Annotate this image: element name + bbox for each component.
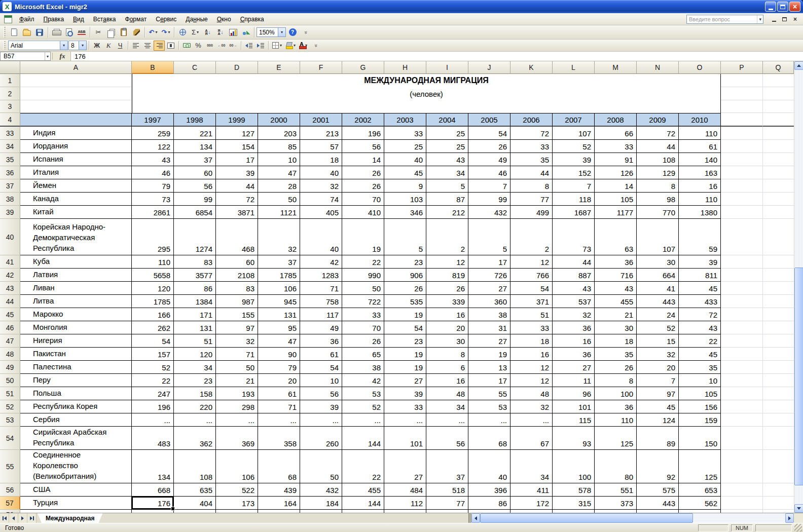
cell-J47[interactable]: 27 bbox=[468, 334, 510, 348]
paste-button[interactable] bbox=[118, 26, 130, 39]
horizontal-scrollbar[interactable] bbox=[471, 513, 794, 523]
cell-P4[interactable] bbox=[721, 113, 763, 127]
cell-A3[interactable] bbox=[20, 100, 132, 113]
cut-button[interactable]: ✂ bbox=[92, 26, 104, 39]
dropdown-arrow-icon[interactable]: ▾ bbox=[168, 30, 170, 34]
cell-Q4[interactable] bbox=[763, 113, 794, 127]
horizontal-scroll-track[interactable] bbox=[480, 513, 785, 523]
cell-C43[interactable]: 86 bbox=[174, 282, 216, 295]
cell-N50[interactable]: 7 bbox=[637, 374, 679, 387]
cell-F51[interactable]: 56 bbox=[300, 387, 342, 400]
cell-I44[interactable]: 339 bbox=[426, 295, 468, 308]
year-header-1998[interactable]: 1998 bbox=[174, 113, 216, 127]
row-header-49[interactable]: 49 bbox=[0, 361, 20, 374]
cell-H36[interactable]: 45 bbox=[384, 166, 426, 179]
cell-J51[interactable]: 55 bbox=[468, 387, 510, 400]
cell-C48[interactable]: 120 bbox=[174, 348, 216, 361]
cell-K40[interactable]: 2 bbox=[510, 219, 553, 255]
cell-K46[interactable]: 33 bbox=[510, 321, 553, 334]
new-workbook-button[interactable] bbox=[8, 26, 20, 39]
row-header-46[interactable]: 46 bbox=[0, 321, 20, 334]
cell-G42[interactable]: 990 bbox=[342, 269, 384, 282]
cell-J38[interactable]: 99 bbox=[468, 193, 510, 206]
cell-C49[interactable]: 34 bbox=[174, 361, 216, 374]
cell-A54[interactable]: Сирийская Арабская Республика bbox=[20, 427, 132, 450]
cell-Q1[interactable] bbox=[763, 74, 794, 87]
cell-P57[interactable] bbox=[721, 497, 763, 510]
year-header-1997[interactable]: 1997 bbox=[132, 113, 174, 127]
cell-B42[interactable]: 5658 bbox=[132, 269, 174, 282]
cell-G41[interactable]: 22 bbox=[342, 255, 384, 269]
cell-E47[interactable]: 47 bbox=[258, 334, 300, 348]
cell-G55[interactable]: 22 bbox=[342, 450, 384, 483]
cell-N49[interactable]: 20 bbox=[637, 361, 679, 374]
col-header-H[interactable]: H bbox=[384, 61, 426, 74]
cell-I49[interactable]: 6 bbox=[426, 361, 468, 374]
cell-Q43[interactable] bbox=[763, 282, 794, 295]
cell-O44[interactable]: 433 bbox=[679, 295, 721, 308]
menu-Формат[interactable]: Формат bbox=[121, 13, 152, 25]
cell-P48[interactable] bbox=[721, 348, 763, 361]
cell-B41[interactable]: 110 bbox=[132, 255, 174, 269]
row-header-36[interactable]: 36 bbox=[0, 166, 20, 179]
cell-L56[interactable]: 578 bbox=[553, 483, 595, 497]
cell-O41[interactable]: 39 bbox=[679, 255, 721, 269]
cell-J35[interactable]: 49 bbox=[468, 153, 510, 166]
cell-M42[interactable]: 716 bbox=[595, 269, 637, 282]
align-left-button[interactable] bbox=[130, 41, 141, 51]
cell-M54[interactable]: 125 bbox=[595, 427, 637, 450]
cell-J43[interactable]: 27 bbox=[468, 282, 510, 295]
cell-B47[interactable]: 54 bbox=[132, 334, 174, 348]
cell-Q37[interactable] bbox=[763, 179, 794, 193]
cell-K41[interactable]: 12 bbox=[510, 255, 553, 269]
first-sheet-button[interactable] bbox=[0, 513, 9, 523]
cell-C33[interactable]: 221 bbox=[174, 127, 216, 140]
cell-F43[interactable]: 71 bbox=[300, 282, 342, 295]
cell-A4[interactable] bbox=[20, 113, 132, 127]
col-header-F[interactable]: F bbox=[300, 61, 342, 74]
sort-descending-button[interactable]: Я А↓ bbox=[214, 26, 227, 39]
cell-L40[interactable]: 73 bbox=[553, 219, 595, 255]
cell-C36[interactable]: 60 bbox=[174, 166, 216, 179]
col-header-N[interactable]: N bbox=[637, 61, 679, 74]
row-header-33[interactable]: 33 bbox=[0, 127, 20, 140]
underline-button[interactable]: Ч bbox=[115, 41, 126, 51]
insert-hyperlink-button[interactable] bbox=[176, 26, 189, 39]
row-header-43[interactable]: 43 bbox=[0, 282, 20, 295]
cell-A40[interactable]: Корейская Народно- Демократическая Респу… bbox=[20, 219, 132, 255]
cell-E46[interactable]: 95 bbox=[258, 321, 300, 334]
menu-Вставка[interactable]: Вставка bbox=[89, 13, 121, 25]
cell-C57[interactable]: 404 bbox=[174, 497, 216, 510]
cell-K39[interactable]: 499 bbox=[510, 206, 553, 219]
cell-J48[interactable]: 19 bbox=[468, 348, 510, 361]
cell-N43[interactable]: 41 bbox=[637, 282, 679, 295]
cell-D55[interactable]: 106 bbox=[216, 450, 258, 483]
cell-E49[interactable]: 79 bbox=[258, 361, 300, 374]
cell-D34[interactable]: 154 bbox=[216, 140, 258, 153]
cell-I36[interactable]: 34 bbox=[426, 166, 468, 179]
row-header-55[interactable]: 55 bbox=[0, 450, 20, 483]
merged-cell-row1[interactable]: МЕЖДУНАРОДНАЯ МИГРАЦИЯ bbox=[132, 74, 721, 87]
cell-L33[interactable]: 107 bbox=[553, 127, 595, 140]
cell-M50[interactable]: 8 bbox=[595, 374, 637, 387]
cell-D37[interactable]: 44 bbox=[216, 179, 258, 193]
cell-F45[interactable]: 117 bbox=[300, 308, 342, 321]
cell-P49[interactable] bbox=[721, 361, 763, 374]
cell-M56[interactable]: 551 bbox=[595, 483, 637, 497]
cell-F53[interactable]: ... bbox=[300, 413, 342, 427]
cell-O53[interactable]: 159 bbox=[679, 413, 721, 427]
formula-input[interactable]: 176 bbox=[70, 52, 803, 61]
cell-G49[interactable]: 38 bbox=[342, 361, 384, 374]
vertical-scroll-track[interactable] bbox=[794, 70, 803, 504]
cell-Q57[interactable] bbox=[763, 497, 794, 510]
cell-C37[interactable]: 56 bbox=[174, 179, 216, 193]
cell-F48[interactable]: 61 bbox=[300, 348, 342, 361]
cell-N39[interactable]: 770 bbox=[637, 206, 679, 219]
cell-P37[interactable] bbox=[721, 179, 763, 193]
cell-H57[interactable]: 112 bbox=[384, 497, 426, 510]
cell-N53[interactable]: 124 bbox=[637, 413, 679, 427]
cell-B45[interactable]: 166 bbox=[132, 308, 174, 321]
menu-Файл[interactable]: Файл bbox=[15, 13, 39, 25]
cell-C47[interactable]: 51 bbox=[174, 334, 216, 348]
toolbar-options-chevron[interactable]: » bbox=[312, 43, 320, 49]
